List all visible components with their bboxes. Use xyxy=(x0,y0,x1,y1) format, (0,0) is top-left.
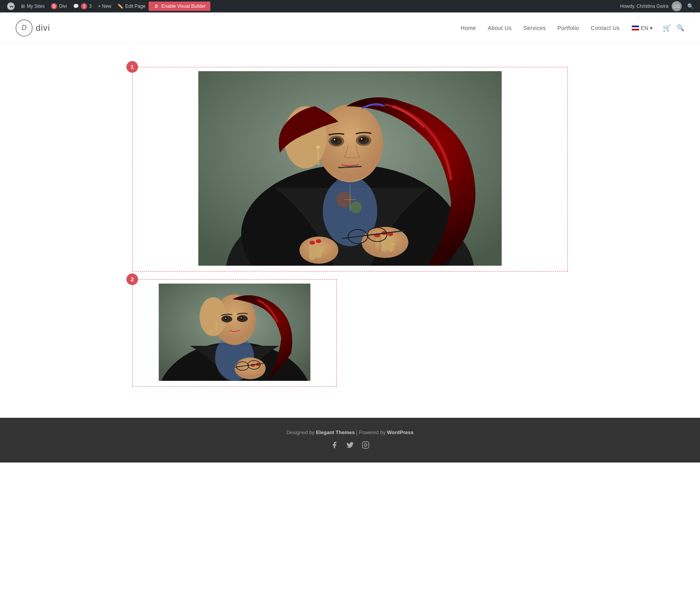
nav-item-lang[interactable]: EN ▾ xyxy=(627,22,657,34)
user-avatar[interactable]: CG xyxy=(672,1,682,11)
section-badge-1: 1 xyxy=(126,61,138,73)
logo-letter: D xyxy=(22,24,27,32)
nav-item-search[interactable]: 🔍 xyxy=(677,24,684,32)
nav-item-contact[interactable]: Contact Us xyxy=(586,22,624,34)
divi-icon: D xyxy=(51,3,57,9)
logo-circle: D xyxy=(16,19,33,37)
svg-rect-28 xyxy=(373,235,381,254)
nav-item-home[interactable]: Home xyxy=(456,22,481,34)
svg-point-46 xyxy=(390,243,395,246)
svg-rect-35 xyxy=(309,242,315,260)
footer-elegant-themes-link[interactable]: Elegant Themes xyxy=(316,429,355,435)
content-area: 1 xyxy=(117,44,583,418)
nav-item-cart[interactable]: 🛒 xyxy=(660,24,674,32)
edit-page-menu[interactable]: ✏️ Edit Page xyxy=(114,0,149,12)
image-block-1[interactable] xyxy=(132,67,568,272)
comments-icon: 💬 xyxy=(73,4,79,9)
svg-point-26 xyxy=(317,160,320,165)
my-sites-menu[interactable]: ⊞ My Sites xyxy=(18,0,48,12)
site-wrapper: D divi Home About Us Services Portfolio … xyxy=(0,12,700,615)
instagram-icon[interactable] xyxy=(362,441,369,451)
nav-link-contact[interactable]: Contact Us xyxy=(586,22,624,34)
divi-label: Divi xyxy=(59,4,67,9)
admin-search-icon[interactable]: 🔍 xyxy=(685,3,696,9)
logo-text: divi xyxy=(36,23,50,33)
footer-powered-by: | Powered by xyxy=(356,429,387,435)
wordpress-menu[interactable] xyxy=(4,0,18,12)
new-menu[interactable]: + New xyxy=(95,0,114,12)
svg-point-38 xyxy=(316,239,321,243)
svg-point-57 xyxy=(225,318,226,319)
comments-menu[interactable]: 💬 3 3 xyxy=(70,0,95,12)
footer-designed-by: Designed by xyxy=(287,429,315,435)
nav-menu: Home About Us Services Portfolio Contact… xyxy=(456,22,684,34)
nav-link-portfolio[interactable]: Portfolio xyxy=(553,22,584,34)
search-nav-icon[interactable]: 🔍 xyxy=(677,25,684,31)
my-sites-label: My Sites xyxy=(27,4,45,9)
gallery-image-2 xyxy=(136,284,332,381)
gallery-image-1 xyxy=(136,71,564,266)
comments-count: 3 xyxy=(89,4,92,9)
svg-point-9 xyxy=(350,201,362,213)
svg-point-18 xyxy=(360,137,365,142)
svg-point-23 xyxy=(353,166,355,167)
footer-wordpress-link[interactable]: WordPress xyxy=(387,429,413,435)
nav-link-home[interactable]: Home xyxy=(456,22,481,34)
site-nav: D divi Home About Us Services Portfolio … xyxy=(0,12,700,44)
admin-bar: ⊞ My Sites D Divi 💬 3 3 + New ✏️ Edit Pa… xyxy=(0,0,700,12)
site-logo[interactable]: D divi xyxy=(16,19,50,37)
divi-menu[interactable]: D Divi xyxy=(48,0,70,12)
lang-label: EN xyxy=(641,25,648,31)
flag-icon xyxy=(632,25,639,31)
gallery-section-1: 1 xyxy=(132,67,568,272)
svg-point-22 xyxy=(345,166,347,168)
svg-point-24 xyxy=(316,145,320,149)
cart-icon[interactable]: 🛒 xyxy=(660,24,674,32)
svg-point-20 xyxy=(361,138,362,140)
gallery-container: 1 xyxy=(117,67,583,387)
svg-point-45 xyxy=(318,249,323,252)
nav-item-about[interactable]: About Us xyxy=(483,22,516,34)
nav-item-services[interactable]: Services xyxy=(519,22,551,34)
twitter-icon[interactable] xyxy=(346,441,354,451)
svg-point-19 xyxy=(334,139,335,140)
image-block-2[interactable] xyxy=(132,279,337,387)
svg-rect-66 xyxy=(362,442,369,449)
svg-point-58 xyxy=(241,317,242,319)
new-label: + New xyxy=(98,4,111,9)
edit-page-label: Edit Page xyxy=(125,4,145,9)
gallery-section-2: 2 xyxy=(132,279,568,387)
enable-vb-label: Enable Visual Builder xyxy=(161,4,206,9)
nav-link-services[interactable]: Services xyxy=(519,22,551,34)
gallery-col-left: 2 xyxy=(132,279,337,387)
svg-point-17 xyxy=(333,138,338,143)
admin-bar-right: Howdy, Christina Gwira CG 🔍 xyxy=(620,1,696,11)
svg-rect-36 xyxy=(315,241,322,258)
divi-vb-icon: D xyxy=(153,3,159,9)
footer-text: Designed by Elegant Themes | Powered by … xyxy=(8,429,692,435)
site-footer: Designed by Elegant Themes | Powered by … xyxy=(0,418,700,463)
svg-point-37 xyxy=(310,241,315,245)
facebook-icon[interactable] xyxy=(331,441,338,451)
section-badge-2: 2 xyxy=(126,273,138,285)
svg-rect-29 xyxy=(381,233,387,251)
my-sites-icon: ⊞ xyxy=(21,4,25,9)
nav-item-portfolio[interactable]: Portfolio xyxy=(553,22,584,34)
footer-social xyxy=(8,441,692,451)
comments-badge: 3 xyxy=(81,3,87,9)
edit-icon: ✏️ xyxy=(117,4,123,9)
enable-visual-builder-button[interactable]: D Enable Visual Builder xyxy=(149,2,210,11)
svg-point-52 xyxy=(200,297,227,336)
howdy-text: Howdy, Christina Gwira xyxy=(620,4,668,9)
nav-link-about[interactable]: About Us xyxy=(483,22,516,34)
svg-rect-30 xyxy=(387,234,394,252)
chevron-down-icon: ▾ xyxy=(650,25,653,31)
